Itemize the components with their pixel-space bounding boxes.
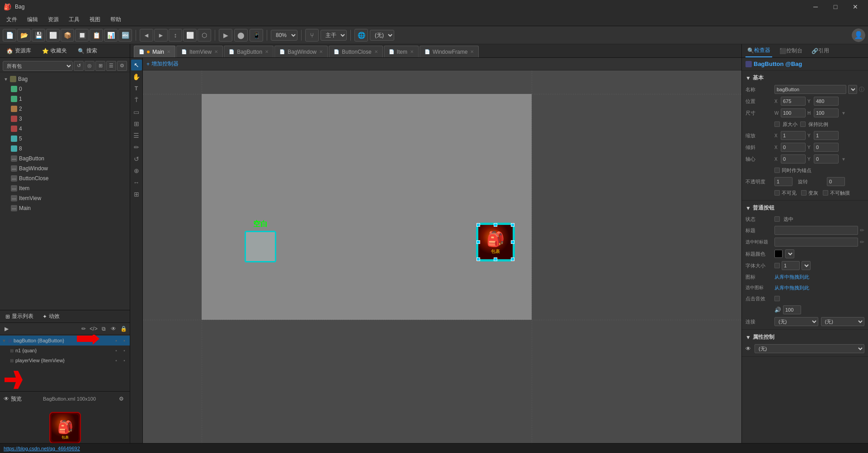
connect-select-2[interactable]: (无) [821,317,865,326]
keepratio-checkbox[interactable] [800,121,806,127]
stop-button[interactable]: ⬤ [234,29,248,42]
nav-btn-4[interactable]: ⬜ [183,29,197,42]
fontsize-dropdown[interactable]: ▼ [802,261,811,270]
tree-node-2[interactable]: 2 [0,104,130,114]
origsize-checkbox[interactable] [774,121,780,127]
inspector-tab-console[interactable]: ⬛ 控制台 [778,44,804,57]
opacity-input[interactable] [774,177,793,186]
dl-lock-btn[interactable]: 🔒 [119,324,128,333]
anchor-tool[interactable]: ⊕ [131,165,142,176]
tab-bagwindow-close[interactable]: ✕ [319,49,323,54]
pivot-x-input[interactable] [781,154,806,163]
menu-tools[interactable]: 工具 [64,15,84,24]
button-section-header[interactable]: ▼ 普通按钮 [742,202,868,214]
tab-itemview-close[interactable]: ✕ [214,49,218,54]
maximize-button[interactable]: □ [826,0,844,14]
package-select[interactable]: 所有包 [3,61,73,71]
text-tool[interactable]: T [131,83,142,94]
tree-node-5[interactable]: 5 [0,134,130,144]
scale-x-input[interactable] [781,131,806,140]
tab-main-close[interactable]: ✕ [167,49,170,54]
rect-tool[interactable]: ▭ [131,107,142,117]
tab-assets[interactable]: 🏠 资源库 [4,44,34,57]
pos-x-input[interactable] [781,97,806,106]
grid-view-tool[interactable]: ⊞ [131,189,142,200]
size-w-input[interactable] [781,108,806,117]
inspector-tab-refs[interactable]: 🔗 引用 [810,44,831,57]
tilt-x-input[interactable] [781,143,806,152]
refresh-btn[interactable]: ↺ [74,61,84,71]
tab-windowframe[interactable]: 📄 WindowFrame ✕ [420,46,479,57]
state-checkbox[interactable] [774,216,780,222]
tab-item[interactable]: 📄 Item ✕ [384,46,419,57]
menu-assets[interactable]: 资源 [43,15,63,24]
settings-btn[interactable]: ⚙ [117,61,127,71]
tree-node-bagbutton[interactable]: — BagButton [0,154,130,163]
connect-select-1[interactable]: (无) [774,317,818,326]
menu-edit[interactable]: 编辑 [23,15,42,24]
tree-node-item[interactable]: — Item [0,183,130,193]
volume-input[interactable] [783,305,801,314]
list-btn[interactable]: ☰ [106,61,116,71]
tree-node-buttonclose[interactable]: — ButtonClose [0,173,130,183]
toolbar-btn-5[interactable]: 📦 [61,29,74,42]
fontsize-checkbox[interactable] [774,263,780,268]
selected-title-input[interactable] [774,238,858,247]
tree-node-0[interactable]: 0 [0,84,130,94]
toolbar-btn-8[interactable]: 📊 [104,29,118,42]
tab-main[interactable]: 📄 Main ✕ [134,46,175,57]
toolbar-btn-6[interactable]: 🔲 [75,29,89,42]
menu-help[interactable]: 帮助 [106,15,126,24]
tree-node-bag[interactable]: ▼ Bag [0,74,130,84]
dl-item-bagbutton[interactable]: ▼ ⊞ bagButton {BagButton} • • [0,336,130,346]
scale-tool[interactable]: ↔ [131,177,142,188]
user-button[interactable]: 👤 [852,28,865,42]
tilt-y-input[interactable] [814,143,839,152]
nav-btn-3[interactable]: ↕ [169,29,182,42]
dl-action-dot-1[interactable]: • [113,337,120,344]
minimize-button[interactable]: ─ [807,0,825,14]
canvas-element-bagbutton-empty[interactable]: 空白 [238,219,283,265]
canvas[interactable]: + 增加控制器 空白 [143,58,741,453]
branch-icon[interactable]: ⑂ [305,29,319,42]
nav-btn-2[interactable]: ► [154,29,168,42]
tab-bagbutton-close[interactable]: ✕ [265,49,269,54]
pos-y-input[interactable] [814,97,839,106]
scale-y-input[interactable] [814,131,839,140]
expand-size-btn[interactable]: ▼ [841,111,846,116]
notouch-checkbox[interactable] [823,190,828,196]
tree-node-4[interactable]: 4 [0,124,130,134]
dl-item-n1[interactable]: ⊞ n1 {quan} • • [0,346,130,355]
tab-favorites[interactable]: ⭐ 收藏夹 [39,44,70,57]
device-button[interactable]: 📱 [250,29,263,42]
select-tool[interactable]: ↖ [131,60,142,70]
property-section-header[interactable]: ▼ 属性控制 [742,332,868,343]
dl-pv-dot-1[interactable]: • [113,357,120,364]
title-input[interactable] [774,226,858,235]
basic-section-header[interactable]: ▼ 基本 [742,72,868,84]
status-url[interactable]: https://blog.csdn.net/qq_46649692 [4,446,80,451]
nav-btn-5[interactable]: ⬡ [198,29,211,42]
tree-node-3[interactable]: 3 [0,114,130,124]
hand-tool[interactable]: ✋ [131,71,142,82]
tab-bagbutton[interactable]: 📄 BagButton ✕ [224,46,274,57]
tab-itemview[interactable]: 📄 ItemView ✕ [176,46,223,57]
title-edit-icon[interactable]: ✏ [860,227,864,234]
tab-windowframe-close[interactable]: ✕ [470,49,474,54]
target-btn[interactable]: ◎ [85,61,94,71]
grid-btn[interactable]: ⊞ [95,61,105,71]
component-tool[interactable]: ⊞ [131,118,142,129]
clicksound-checkbox[interactable] [774,296,780,301]
tab-bagwindow[interactable]: 📄 BagWindow ✕ [274,46,328,57]
dl-n1-dot-2[interactable]: • [121,347,128,354]
color-dropdown[interactable]: ▼ [785,249,794,258]
dl-code-btn[interactable]: </> [89,324,98,333]
grayout-checkbox[interactable] [801,190,807,196]
tab-animation[interactable]: ✦ 动效 [41,310,61,322]
open-button[interactable]: 📂 [17,29,31,42]
dl-item-playerview[interactable]: ⊞ playerView {ItemView} • • [0,355,130,365]
tree-node-8[interactable]: 8 [0,144,130,154]
save-button[interactable]: 💾 [32,29,45,42]
fontsize-input[interactable] [782,261,800,270]
dl-n1-dot-1[interactable]: • [113,347,120,354]
